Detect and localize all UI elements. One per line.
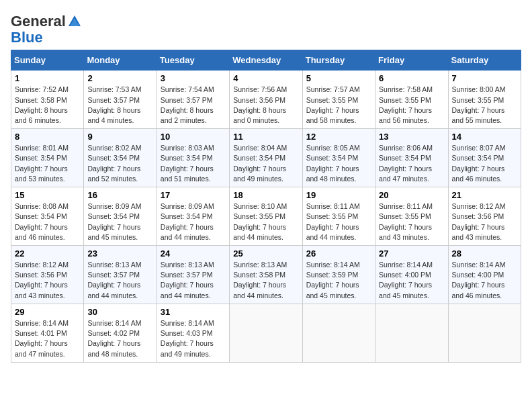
day-info: Sunrise: 8:14 AMSunset: 4:00 PMDaylight:…	[452, 261, 506, 300]
day-number: 22	[15, 248, 80, 259]
day-info: Sunrise: 8:07 AMSunset: 3:54 PMDaylight:…	[452, 144, 506, 183]
day-info: Sunrise: 8:14 AMSunset: 3:59 PMDaylight:…	[306, 261, 360, 300]
calendar-cell: 4 Sunrise: 7:56 AMSunset: 3:56 PMDayligh…	[230, 71, 302, 129]
day-info: Sunrise: 8:08 AMSunset: 3:54 PMDaylight:…	[15, 202, 69, 241]
day-number: 25	[233, 248, 298, 259]
calendar-cell: 24 Sunrise: 8:13 AMSunset: 3:57 PMDaylig…	[157, 246, 229, 304]
day-number: 13	[379, 132, 444, 142]
day-number: 12	[306, 132, 371, 142]
weekday-header-saturday: Saturday	[448, 50, 521, 71]
day-number: 14	[452, 132, 517, 142]
day-info: Sunrise: 8:14 AMSunset: 4:00 PMDaylight:…	[379, 261, 433, 300]
calendar-cell: 21 Sunrise: 8:12 AMSunset: 3:56 PMDaylig…	[448, 187, 521, 246]
day-info: Sunrise: 8:14 AMSunset: 4:02 PMDaylight:…	[87, 319, 141, 358]
calendar-cell: 27 Sunrise: 8:14 AMSunset: 4:00 PMDaylig…	[375, 246, 448, 304]
calendar-cell: 20 Sunrise: 8:11 AMSunset: 3:55 PMDaylig…	[375, 187, 448, 246]
calendar-cell: 1 Sunrise: 7:52 AMSunset: 3:58 PMDayligh…	[11, 71, 84, 129]
day-info: Sunrise: 7:54 AMSunset: 3:57 PMDaylight:…	[161, 85, 214, 124]
calendar-cell	[230, 304, 302, 362]
day-number: 7	[452, 73, 517, 83]
day-number: 2	[87, 73, 152, 83]
day-number: 3	[161, 73, 226, 83]
day-info: Sunrise: 8:03 AMSunset: 3:54 PMDaylight:…	[161, 144, 214, 183]
day-number: 24	[161, 248, 226, 259]
calendar-cell	[302, 304, 375, 362]
calendar-cell: 15 Sunrise: 8:08 AMSunset: 3:54 PMDaylig…	[11, 187, 84, 246]
calendar-cell: 8 Sunrise: 8:01 AMSunset: 3:54 PMDayligh…	[11, 129, 84, 187]
calendar-cell: 11 Sunrise: 8:04 AMSunset: 3:54 PMDaylig…	[230, 129, 302, 187]
day-info: Sunrise: 8:05 AMSunset: 3:54 PMDaylight:…	[306, 144, 360, 183]
calendar-cell: 2 Sunrise: 7:53 AMSunset: 3:57 PMDayligh…	[84, 71, 157, 129]
day-number: 28	[452, 248, 517, 259]
calendar-cell: 18 Sunrise: 8:10 AMSunset: 3:55 PMDaylig…	[230, 187, 302, 246]
day-number: 8	[15, 132, 80, 142]
day-info: Sunrise: 8:09 AMSunset: 3:54 PMDaylight:…	[87, 202, 141, 241]
day-info: Sunrise: 8:13 AMSunset: 3:57 PMDaylight:…	[87, 261, 141, 300]
logo: General Blue	[11, 13, 82, 46]
day-number: 27	[379, 248, 444, 259]
day-info: Sunrise: 8:13 AMSunset: 3:58 PMDaylight:…	[233, 261, 287, 300]
day-info: Sunrise: 8:12 AMSunset: 3:56 PMDaylight:…	[452, 202, 506, 241]
day-number: 21	[452, 190, 517, 200]
day-info: Sunrise: 7:53 AMSunset: 3:57 PMDaylight:…	[87, 85, 141, 124]
weekday-header-sunday: Sunday	[11, 50, 84, 71]
calendar-table: SundayMondayTuesdayWednesdayThursdayFrid…	[11, 50, 521, 362]
calendar-cell: 25 Sunrise: 8:13 AMSunset: 3:58 PMDaylig…	[230, 246, 302, 304]
calendar-cell: 14 Sunrise: 8:07 AMSunset: 3:54 PMDaylig…	[448, 129, 521, 187]
logo-blue-text: Blue	[11, 30, 43, 46]
calendar-cell: 16 Sunrise: 8:09 AMSunset: 3:54 PMDaylig…	[84, 187, 157, 246]
calendar-week-row: 8 Sunrise: 8:01 AMSunset: 3:54 PMDayligh…	[11, 129, 521, 187]
day-number: 18	[233, 190, 298, 200]
calendar-week-row: 15 Sunrise: 8:08 AMSunset: 3:54 PMDaylig…	[11, 187, 521, 246]
calendar-cell: 5 Sunrise: 7:57 AMSunset: 3:55 PMDayligh…	[302, 71, 375, 129]
calendar-cell: 30 Sunrise: 8:14 AMSunset: 4:02 PMDaylig…	[84, 304, 157, 362]
calendar-cell: 6 Sunrise: 7:58 AMSunset: 3:55 PMDayligh…	[375, 71, 448, 129]
day-number: 11	[233, 132, 298, 142]
page-header: General Blue	[11, 11, 521, 46]
day-info: Sunrise: 8:11 AMSunset: 3:55 PMDaylight:…	[306, 202, 360, 241]
day-number: 17	[161, 190, 226, 200]
day-info: Sunrise: 7:58 AMSunset: 3:55 PMDaylight:…	[379, 85, 433, 124]
day-info: Sunrise: 8:14 AMSunset: 4:03 PMDaylight:…	[161, 319, 214, 358]
calendar-cell: 29 Sunrise: 8:14 AMSunset: 4:01 PMDaylig…	[11, 304, 84, 362]
day-info: Sunrise: 8:01 AMSunset: 3:54 PMDaylight:…	[15, 144, 69, 183]
day-number: 15	[15, 190, 80, 200]
weekday-header-tuesday: Tuesday	[157, 50, 229, 71]
calendar-cell: 7 Sunrise: 8:00 AMSunset: 3:55 PMDayligh…	[448, 71, 521, 129]
calendar-cell: 17 Sunrise: 8:09 AMSunset: 3:54 PMDaylig…	[157, 187, 229, 246]
day-number: 10	[161, 132, 226, 142]
weekday-header-friday: Friday	[375, 50, 448, 71]
day-number: 23	[87, 248, 152, 259]
day-info: Sunrise: 7:52 AMSunset: 3:58 PMDaylight:…	[15, 85, 69, 124]
calendar-cell: 3 Sunrise: 7:54 AMSunset: 3:57 PMDayligh…	[157, 71, 229, 129]
day-number: 20	[379, 190, 444, 200]
day-info: Sunrise: 8:14 AMSunset: 4:01 PMDaylight:…	[15, 319, 69, 358]
day-info: Sunrise: 7:57 AMSunset: 3:55 PMDaylight:…	[306, 85, 360, 124]
day-number: 16	[87, 190, 152, 200]
day-number: 26	[306, 248, 371, 259]
calendar-cell: 12 Sunrise: 8:05 AMSunset: 3:54 PMDaylig…	[302, 129, 375, 187]
calendar-cell	[375, 304, 448, 362]
day-info: Sunrise: 8:06 AMSunset: 3:54 PMDaylight:…	[379, 144, 433, 183]
day-number: 9	[87, 132, 152, 142]
calendar-cell: 19 Sunrise: 8:11 AMSunset: 3:55 PMDaylig…	[302, 187, 375, 246]
day-number: 5	[306, 73, 371, 83]
day-number: 4	[233, 73, 298, 83]
day-info: Sunrise: 8:00 AMSunset: 3:55 PMDaylight:…	[452, 85, 506, 124]
day-info: Sunrise: 8:09 AMSunset: 3:54 PMDaylight:…	[161, 202, 214, 241]
calendar-cell: 26 Sunrise: 8:14 AMSunset: 3:59 PMDaylig…	[302, 246, 375, 304]
calendar-cell	[448, 304, 521, 362]
day-info: Sunrise: 8:11 AMSunset: 3:55 PMDaylight:…	[379, 202, 433, 241]
day-info: Sunrise: 8:10 AMSunset: 3:55 PMDaylight:…	[233, 202, 287, 241]
calendar-week-row: 22 Sunrise: 8:12 AMSunset: 3:56 PMDaylig…	[11, 246, 521, 304]
day-number: 30	[87, 307, 152, 317]
weekday-header-wednesday: Wednesday	[230, 50, 302, 71]
weekday-header-monday: Monday	[84, 50, 157, 71]
day-info: Sunrise: 8:02 AMSunset: 3:54 PMDaylight:…	[87, 144, 141, 183]
weekday-header-row: SundayMondayTuesdayWednesdayThursdayFrid…	[11, 50, 521, 71]
day-number: 19	[306, 190, 371, 200]
calendar-cell: 22 Sunrise: 8:12 AMSunset: 3:56 PMDaylig…	[11, 246, 84, 304]
day-info: Sunrise: 8:04 AMSunset: 3:54 PMDaylight:…	[233, 144, 287, 183]
day-info: Sunrise: 7:56 AMSunset: 3:56 PMDaylight:…	[233, 85, 287, 124]
day-number: 6	[379, 73, 444, 83]
